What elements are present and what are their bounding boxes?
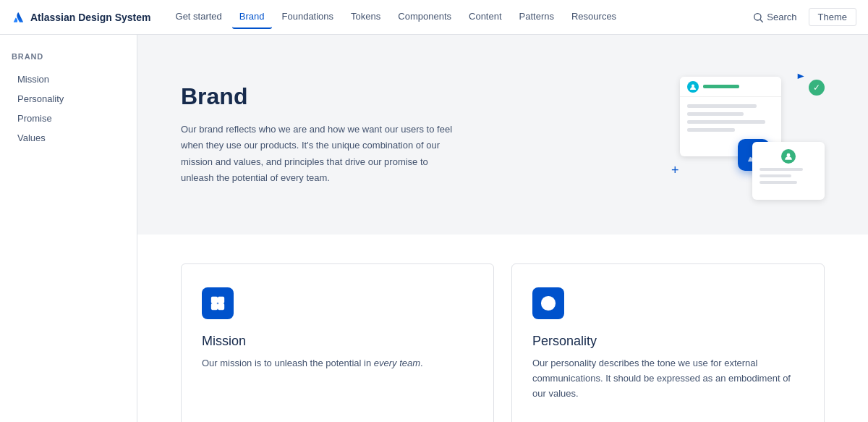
hero-text: Brand Our brand reflects who we are and … [181,83,456,185]
personality-icon [532,287,564,319]
card-mission[interactable]: Mission Our mission is to unleash the po… [181,263,494,422]
theme-button[interactable]: Theme [809,8,856,26]
top-nav: Atlassian Design System Get started Bran… [0,0,868,35]
page-wrapper: Brand Mission Personality Promise Values… [0,35,868,422]
sidebar-item-promise[interactable]: Promise [12,109,125,128]
hero-illustration: ✓ + [665,69,825,200]
nav-link-brand[interactable]: Brand [232,5,272,29]
sidebar-item-personality[interactable]: Personality [12,89,125,109]
nav-link-patterns[interactable]: Patterns [512,5,561,29]
svg-point-3 [787,153,791,157]
nav-link-content[interactable]: Content [461,5,509,29]
flag-icon [796,72,810,87]
site-logo[interactable]: Atlassian Design System [12,11,151,24]
svg-rect-4 [212,297,217,303]
card-personality[interactable]: Personality Our personality describes th… [511,263,825,422]
svg-rect-6 [218,297,224,303]
nav-link-foundations[interactable]: Foundations [275,5,341,29]
svg-point-2 [692,84,694,87]
nav-link-components[interactable]: Components [391,5,459,29]
cards-section: Mission Our mission is to unleash the po… [137,235,868,422]
nav-link-get-started[interactable]: Get started [169,5,229,29]
illus-small-lines [752,168,825,184]
sidebar-item-values[interactable]: Values [12,128,125,148]
svg-point-8 [542,297,555,310]
search-button[interactable]: Search [746,9,802,26]
illus-small-avatar [781,149,796,164]
nav-right: Search Theme [746,8,856,26]
mission-desc: Our mission is to unleash the potential … [202,356,473,371]
logo-text: Atlassian Design System [30,12,151,23]
hero-title: Brand [181,83,456,110]
illus-small-card [752,142,825,200]
svg-line-1 [760,20,763,22]
mission-title: Mission [202,334,473,349]
sidebar-item-mission[interactable]: Mission [12,69,125,89]
cards-grid: Mission Our mission is to unleash the po… [181,263,825,422]
nav-link-tokens[interactable]: Tokens [344,5,388,29]
personality-title: Personality [532,334,804,349]
hero-description: Our brand reflects who we are and how we… [181,122,456,185]
search-label: Search [767,12,796,22]
personality-desc: Our personality describes the tone we us… [532,356,804,401]
illus-card-lines [680,97,781,139]
svg-rect-5 [212,304,217,309]
svg-rect-7 [218,304,224,309]
mission-icon [202,287,234,319]
sidebar-section-label: Brand [12,52,125,61]
search-icon [752,12,764,23]
check-icon: ✓ [809,80,825,96]
sidebar: Brand Mission Personality Promise Values [0,35,137,422]
illus-green-bar [703,85,739,88]
nav-links: Get started Brand Foundations Tokens Com… [169,5,747,29]
main-content: Brand Our brand reflects who we are and … [137,35,868,422]
nav-link-resources[interactable]: Resources [564,5,624,29]
plus-icon: + [671,163,679,178]
illus-avatar [687,81,699,93]
hero-section: Brand Our brand reflects who we are and … [137,35,868,235]
svg-point-0 [754,13,761,20]
